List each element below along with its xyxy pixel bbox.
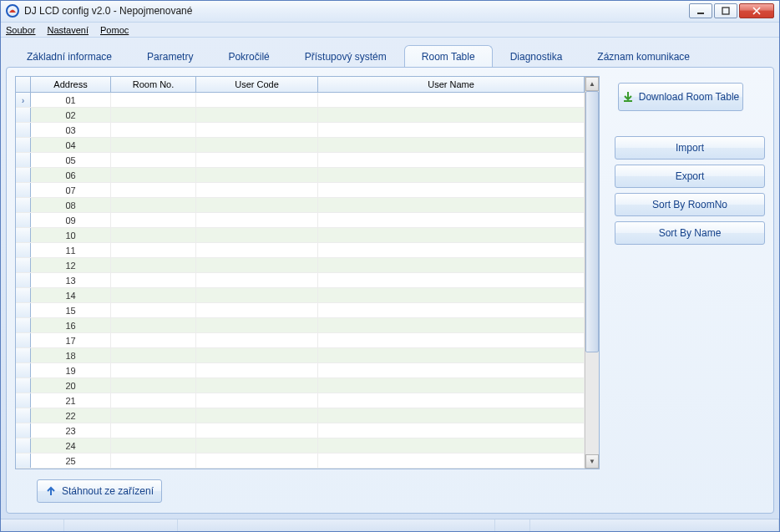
cell-name[interactable] [318, 123, 585, 137]
menu-file[interactable]: Soubor [6, 25, 35, 35]
cell-code[interactable] [196, 198, 318, 212]
cell-code[interactable] [196, 213, 318, 227]
cell-code[interactable] [196, 378, 318, 393]
cell-address[interactable]: 02 [31, 108, 111, 122]
cell-room[interactable] [111, 438, 196, 453]
cell-address[interactable]: 14 [31, 288, 111, 302]
cell-code[interactable] [196, 303, 318, 317]
table-row[interactable]: 05 [16, 153, 585, 168]
table-row[interactable]: 20 [16, 378, 585, 393]
cell-room[interactable] [111, 138, 196, 152]
cell-name[interactable] [318, 393, 585, 408]
cell-code[interactable] [196, 168, 318, 182]
cell-room[interactable] [111, 198, 196, 212]
table-row[interactable]: 03 [16, 123, 585, 138]
table-row[interactable]: 02 [16, 108, 585, 123]
cell-room[interactable] [111, 318, 196, 332]
cell-code[interactable] [196, 108, 318, 122]
cell-code[interactable] [196, 408, 318, 423]
cell-code[interactable] [196, 348, 318, 362]
cell-code[interactable] [196, 438, 318, 453]
grid-header-room[interactable]: Room No. [111, 77, 196, 92]
cell-name[interactable] [318, 318, 585, 332]
table-row[interactable]: 09 [16, 213, 585, 228]
table-row[interactable]: 25 [16, 453, 585, 469]
tab-room-table[interactable]: Room Table [404, 45, 493, 68]
cell-room[interactable] [111, 408, 196, 423]
cell-code[interactable] [196, 138, 318, 152]
cell-code[interactable] [196, 243, 318, 257]
table-row[interactable]: 07 [16, 183, 585, 198]
cell-code[interactable] [196, 123, 318, 137]
cell-room[interactable] [111, 228, 196, 242]
cell-room[interactable] [111, 258, 196, 272]
grid-header-code[interactable]: User Code [196, 77, 318, 92]
table-row[interactable]: 14 [16, 288, 585, 303]
cell-name[interactable] [318, 183, 585, 197]
cell-code[interactable] [196, 183, 318, 197]
cell-name[interactable] [318, 273, 585, 287]
table-row[interactable]: 11 [16, 243, 585, 258]
cell-code[interactable] [196, 258, 318, 272]
cell-address[interactable]: 19 [31, 363, 111, 377]
cell-name[interactable] [318, 333, 585, 347]
table-row[interactable]: 21 [16, 393, 585, 408]
scroll-down-icon[interactable]: ▼ [585, 454, 599, 469]
table-row[interactable]: 17 [16, 333, 585, 348]
cell-room[interactable] [111, 333, 196, 347]
table-row[interactable]: 13 [16, 273, 585, 288]
cell-name[interactable] [318, 303, 585, 317]
cell-room[interactable] [111, 288, 196, 302]
cell-address[interactable]: 21 [31, 393, 111, 408]
tab-diagnostics[interactable]: Diagnostika [493, 45, 580, 68]
cell-code[interactable] [196, 423, 318, 438]
grid-header-selector[interactable] [16, 77, 31, 92]
cell-address[interactable]: 11 [31, 243, 111, 257]
grid-scrollbar[interactable]: ▲ ▼ [585, 77, 599, 469]
grid-header-name[interactable]: User Name [318, 77, 585, 92]
cell-room[interactable] [111, 123, 196, 137]
sort-by-name-button[interactable]: Sort By Name [615, 221, 765, 245]
export-button[interactable]: Export [615, 165, 765, 188]
cell-code[interactable] [196, 273, 318, 287]
cell-name[interactable] [318, 93, 585, 107]
cell-room[interactable] [111, 93, 196, 107]
cell-address[interactable]: 20 [31, 378, 111, 393]
cell-room[interactable] [111, 423, 196, 438]
cell-room[interactable] [111, 378, 196, 393]
cell-name[interactable] [318, 153, 585, 167]
cell-name[interactable] [318, 258, 585, 272]
cell-name[interactable] [318, 213, 585, 227]
table-row[interactable]: 16 [16, 318, 585, 333]
tab-advanced[interactable]: Pokročilé [210, 45, 286, 68]
cell-name[interactable] [318, 453, 585, 468]
cell-name[interactable] [318, 108, 585, 122]
cell-code[interactable] [196, 288, 318, 302]
cell-room[interactable] [111, 453, 196, 468]
cell-address[interactable]: 10 [31, 228, 111, 242]
cell-address[interactable]: 22 [31, 408, 111, 423]
cell-code[interactable] [196, 363, 318, 377]
scroll-track[interactable] [585, 91, 599, 454]
grid-header-address[interactable]: Address [31, 77, 111, 92]
maximize-button[interactable] [714, 3, 737, 18]
cell-address[interactable]: 08 [31, 198, 111, 212]
cell-name[interactable] [318, 228, 585, 242]
table-row[interactable]: 06 [16, 168, 585, 183]
sort-by-roomno-button[interactable]: Sort By RoomNo [615, 193, 765, 216]
cell-name[interactable] [318, 243, 585, 257]
cell-room[interactable] [111, 153, 196, 167]
cell-name[interactable] [318, 138, 585, 152]
cell-address[interactable]: 24 [31, 438, 111, 453]
cell-address[interactable]: 03 [31, 123, 111, 137]
cell-code[interactable] [196, 393, 318, 408]
cell-address[interactable]: 25 [31, 453, 111, 468]
cell-room[interactable] [111, 348, 196, 362]
minimize-button[interactable] [689, 3, 712, 18]
scroll-thumb[interactable] [585, 91, 599, 352]
cell-code[interactable] [196, 333, 318, 347]
table-row[interactable]: 19 [16, 363, 585, 378]
tab-parameters[interactable]: Parametry [129, 45, 210, 68]
cell-address[interactable]: 01 [31, 93, 111, 107]
cell-code[interactable] [196, 228, 318, 242]
